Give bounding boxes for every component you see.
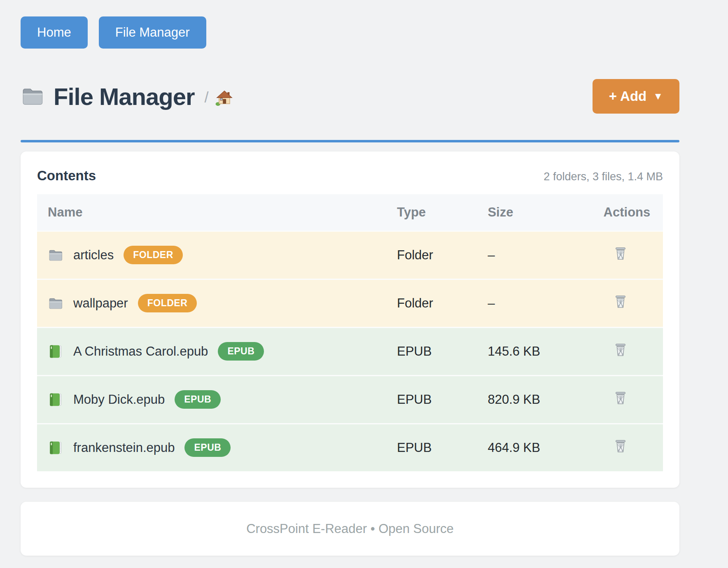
- size-cell: 145.6 KB: [488, 328, 603, 376]
- file-table: Name Type Size Actions articles FOLDER F: [37, 194, 663, 471]
- size-cell: –: [488, 231, 603, 279]
- folder-icon: [48, 296, 63, 311]
- size-cell: 820.9 KB: [488, 376, 603, 424]
- size-cell: 464.9 KB: [488, 424, 603, 472]
- table-row: wallpaper FOLDER Folder –: [37, 279, 663, 328]
- trash-icon: [613, 294, 628, 310]
- header-divider: [21, 140, 679, 142]
- file-name[interactable]: Moby Dick.epub: [73, 392, 165, 407]
- table-row: A Christmas Carol.epub EPUB EPUB 145.6 K…: [37, 328, 663, 376]
- trash-icon: [613, 438, 628, 454]
- file-name[interactable]: frankenstein.epub: [73, 440, 175, 455]
- folder-badge: FOLDER: [138, 294, 197, 312]
- footer: CrossPoint E-Reader • Open Source: [21, 502, 679, 556]
- top-nav: Home File Manager: [21, 0, 679, 49]
- column-header-name: Name: [37, 194, 397, 231]
- file-name[interactable]: A Christmas Carol.epub: [73, 344, 208, 359]
- contents-title: Contents: [37, 168, 96, 184]
- add-button-text: + Add: [609, 88, 646, 104]
- book-icon: [48, 440, 63, 456]
- table-row: frankenstein.epub EPUB EPUB 464.9 KB: [37, 424, 663, 472]
- table-header-row: Name Type Size Actions: [37, 194, 663, 231]
- contents-summary: 2 folders, 3 files, 1.4 MB: [544, 170, 663, 183]
- nav-home-button[interactable]: Home: [21, 16, 88, 49]
- delete-button[interactable]: [613, 342, 628, 358]
- type-cell: EPUB: [397, 328, 488, 376]
- delete-button[interactable]: [613, 438, 628, 454]
- epub-badge: EPUB: [184, 438, 231, 457]
- type-cell: EPUB: [397, 376, 488, 424]
- delete-button[interactable]: [613, 390, 628, 406]
- type-cell: EPUB: [397, 424, 488, 472]
- page-header: File Manager / + Add ▼: [21, 79, 679, 114]
- book-icon: [48, 344, 63, 359]
- folder-badge: FOLDER: [124, 246, 183, 264]
- epub-badge: EPUB: [175, 390, 221, 409]
- column-header-type: Type: [397, 194, 488, 231]
- delete-button[interactable]: [613, 294, 628, 310]
- nav-file-manager-button[interactable]: File Manager: [99, 16, 206, 49]
- column-header-actions: Actions: [604, 194, 663, 231]
- breadcrumb-separator: /: [205, 89, 209, 106]
- type-cell: Folder: [397, 279, 488, 328]
- table-row: Moby Dick.epub EPUB EPUB 820.9 KB: [37, 376, 663, 424]
- trash-icon: [613, 246, 628, 261]
- home-icon[interactable]: [215, 88, 233, 107]
- page: Home File Manager File Manager / + Add ▼…: [21, 0, 679, 556]
- footer-text: CrossPoint E-Reader • Open Source: [246, 521, 454, 536]
- trash-icon: [613, 390, 628, 406]
- book-icon: [48, 392, 63, 407]
- delete-button[interactable]: [613, 246, 628, 261]
- folder-icon: [21, 84, 44, 108]
- column-header-size: Size: [488, 194, 603, 231]
- page-title: File Manager: [54, 83, 195, 110]
- type-cell: Folder: [397, 231, 488, 279]
- epub-badge: EPUB: [218, 342, 264, 361]
- contents-card: Contents 2 folders, 3 files, 1.4 MB Name…: [21, 151, 679, 488]
- file-name[interactable]: articles: [73, 248, 114, 263]
- folder-icon: [48, 247, 63, 263]
- table-row: articles FOLDER Folder –: [37, 231, 663, 279]
- size-cell: –: [488, 279, 603, 328]
- caret-down-icon: ▼: [653, 91, 663, 102]
- file-name[interactable]: wallpaper: [73, 296, 128, 311]
- trash-icon: [613, 342, 628, 358]
- add-button[interactable]: + Add ▼: [593, 79, 679, 114]
